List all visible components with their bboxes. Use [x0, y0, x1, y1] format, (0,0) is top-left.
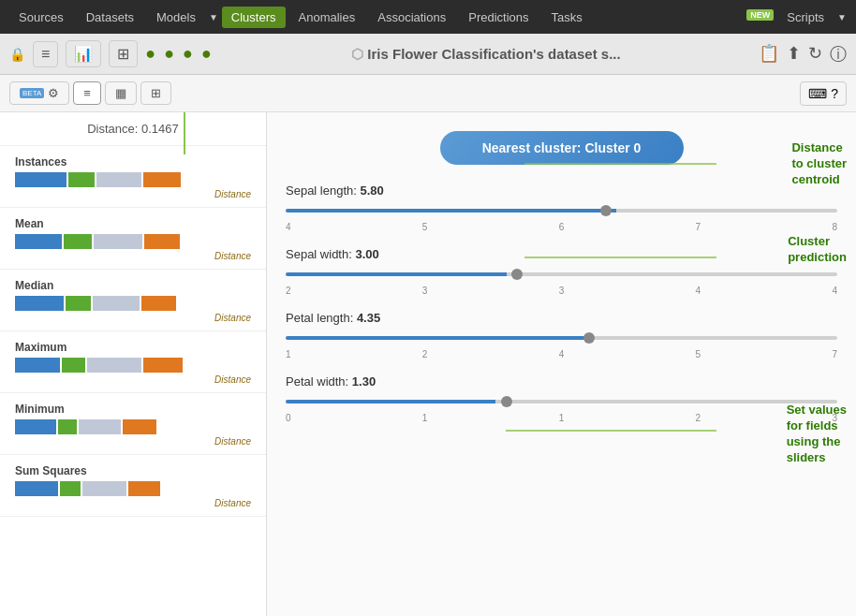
- nav-scripts[interactable]: Scripts: [777, 7, 834, 28]
- stat-instances-label: Instances: [15, 155, 251, 169]
- instances-distance-label: Distance: [15, 189, 251, 203]
- toolbar-right-icons: 📋 ⬆ ↻ ⓘ: [759, 43, 847, 66]
- petal-width-marks: 0 1 1 2 3: [286, 413, 837, 423]
- sum-squares-bars: [15, 481, 251, 496]
- stat-instances: Instances Distance: [0, 146, 266, 208]
- median-bar-blue: [15, 296, 64, 311]
- petal-width-value: 1.30: [352, 374, 376, 389]
- median-bar-gray: [93, 296, 140, 311]
- sepal-width-value: 3.00: [355, 247, 378, 261]
- sum-squares-distance-label: Distance: [15, 498, 251, 512]
- stat-minimum: Minimum Distance: [0, 393, 266, 455]
- petal-length-thumb[interactable]: [583, 332, 595, 344]
- instances-bar-green: [68, 172, 95, 187]
- sepal-width-field: Sepal width: 3.00 2 3 3 4 4: [286, 247, 837, 296]
- petal-length-slider-container: [286, 329, 837, 347]
- sepal-length-marks: 4 5 6 7 8: [286, 222, 837, 232]
- maximum-bar-green: [62, 358, 85, 373]
- maximum-bar-blue: [15, 358, 60, 373]
- sum-squares-bar-orange: [128, 481, 160, 496]
- stat-median-label: Median: [15, 279, 251, 292]
- nearest-cluster-button[interactable]: Nearest cluster: Cluster 0: [440, 131, 684, 165]
- maximum-bar-gray: [87, 358, 141, 373]
- stat-sum-squares-label: Sum Squares: [15, 464, 251, 477]
- nav-datasets[interactable]: Datasets: [77, 7, 143, 28]
- nav-predictions[interactable]: Predictions: [459, 7, 538, 28]
- mean-bar-gray: [94, 234, 142, 249]
- chart-button[interactable]: 📊: [66, 40, 101, 67]
- mean-bar-green: [64, 234, 92, 249]
- status-dots: ● ● ● ●: [145, 44, 214, 64]
- grid-button[interactable]: ⊞: [109, 40, 138, 67]
- sepal-width-thumb[interactable]: [511, 269, 523, 280]
- scripts-arrow: ▼: [837, 12, 847, 22]
- info-icon[interactable]: ⓘ: [830, 43, 847, 66]
- sum-squares-bar-green: [60, 481, 81, 496]
- left-panel: Distance: 0.1467 Instances Distance Mean…: [0, 112, 267, 616]
- distance-header: Distance: 0.1467: [0, 112, 266, 146]
- instances-bars: [15, 172, 251, 187]
- keyboard-button[interactable]: ⌨ ?: [800, 81, 847, 106]
- title-icon: ⬡: [351, 46, 363, 62]
- median-bar-orange: [141, 296, 176, 311]
- sepal-width-slider-container: [286, 265, 837, 284]
- nav-sources[interactable]: Sources: [9, 7, 73, 28]
- stat-minimum-label: Minimum: [15, 403, 251, 416]
- petal-width-track: [286, 400, 837, 403]
- sum-squares-bar-blue: [15, 481, 58, 496]
- minimum-distance-label: Distance: [15, 436, 251, 450]
- stat-median: Median Distance: [0, 270, 266, 331]
- maximum-distance-label: Distance: [15, 374, 251, 389]
- nav-anomalies[interactable]: Anomalies: [289, 7, 365, 28]
- minimum-bar-blue: [15, 419, 56, 434]
- view-tabs: BETA ⚙ ≡ ▦ ⊞ ⌨ ?: [0, 75, 856, 112]
- stat-sum-squares: Sum Squares Distance: [0, 455, 266, 517]
- main-content: Distance: 0.1467 Instances Distance Mean…: [0, 112, 856, 616]
- minimum-bars: [15, 419, 251, 434]
- scripts-area: NEW Scripts ▼: [746, 7, 847, 28]
- tab-settings[interactable]: BETA ⚙: [9, 81, 69, 105]
- petal-width-field: Petal width: 1.30 0 1 1 2 3: [286, 374, 837, 423]
- petal-width-thumb[interactable]: [501, 396, 512, 407]
- petal-length-marks: 1 2 4 5 7: [286, 349, 837, 359]
- sepal-width-track: [286, 272, 837, 276]
- summary-button[interactable]: ≡: [33, 41, 58, 67]
- stat-mean-label: Mean: [15, 217, 251, 230]
- mean-distance-label: Distance: [15, 251, 251, 265]
- sepal-width-marks: 2 3 3 4 4: [286, 286, 837, 296]
- beta-badge: BETA: [20, 88, 44, 98]
- new-badge: NEW: [746, 9, 774, 21]
- models-arrow: ▼: [209, 12, 218, 22]
- nav-clusters[interactable]: Clusters: [222, 7, 286, 28]
- maximum-bars: [15, 358, 251, 373]
- mean-bar-orange: [144, 234, 180, 249]
- petal-length-label: Petal length: 4.35: [286, 311, 837, 325]
- mean-bars: [15, 234, 251, 249]
- title-text: Iris Flower Classification's dataset s..…: [367, 46, 620, 62]
- maximum-bar-orange: [143, 358, 183, 373]
- sepal-length-thumb[interactable]: [600, 205, 612, 216]
- minimum-bar-green: [58, 419, 77, 434]
- second-toolbar: 🔒 ≡ 📊 ⊞ ● ● ● ● ⬡ Iris Flower Classifica…: [0, 34, 856, 75]
- petal-length-field: Petal length: 4.35 1 2 4 5 7: [286, 311, 837, 359]
- nav-tasks[interactable]: Tasks: [542, 7, 592, 28]
- tab-list[interactable]: ≡: [73, 81, 101, 105]
- nav-models[interactable]: Models: [147, 7, 205, 28]
- upload-icon[interactable]: ⬆: [787, 43, 801, 66]
- refresh-icon[interactable]: ↻: [808, 43, 822, 66]
- petal-width-slider-container: [286, 392, 837, 411]
- instances-bar-blue: [15, 172, 66, 187]
- tab-grid[interactable]: ⊞: [140, 81, 171, 105]
- minimum-bar-orange: [123, 419, 156, 434]
- median-distance-label: Distance: [15, 313, 251, 327]
- lock-icon: 🔒: [9, 47, 25, 62]
- nearest-cluster-label: Nearest cluster: Cluster 0: [482, 140, 642, 155]
- median-bar-green: [66, 296, 91, 311]
- nav-associations[interactable]: Associations: [368, 7, 455, 28]
- tab-chart[interactable]: ▦: [105, 81, 137, 105]
- sepal-length-slider-container: [286, 201, 837, 220]
- report-icon[interactable]: 📋: [759, 43, 779, 66]
- instances-bar-gray: [96, 172, 141, 187]
- top-navigation: Sources Datasets Models ▼ Clusters Anoma…: [0, 0, 856, 34]
- sepal-length-value: 5.80: [361, 183, 384, 198]
